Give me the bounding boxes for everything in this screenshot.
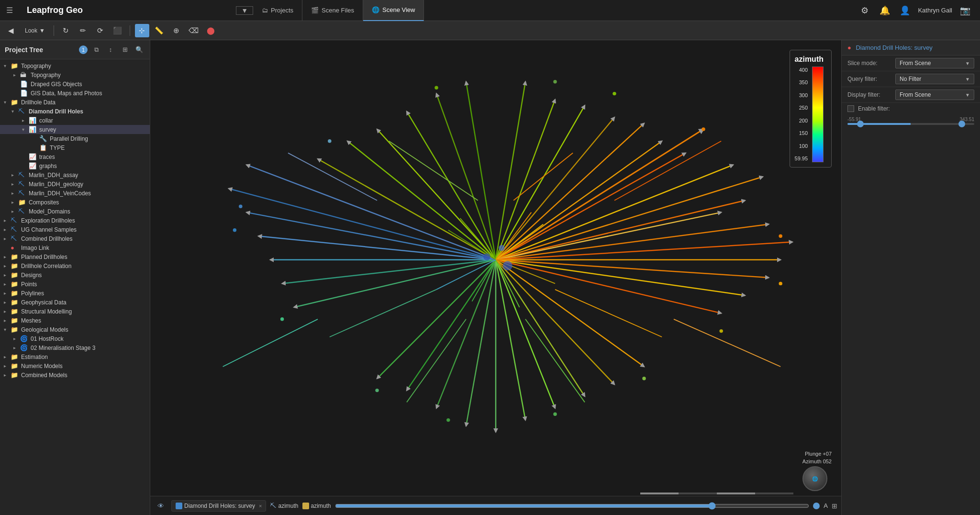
scene-item-survey[interactable]: Diamond Drill Holes: survey ×	[171, 500, 266, 512]
tree-item-ug-channel[interactable]: ▸ ⛏ UG Channel Samples	[0, 225, 150, 234]
measure-icon[interactable]: 📏	[152, 24, 167, 37]
svg-line-16	[347, 141, 496, 260]
tree-item-meshes[interactable]: ▸ 📁 Meshes	[0, 316, 150, 325]
svg-point-69	[553, 412, 557, 415]
tree-item-drillhole-data[interactable]: ▾ 📁 Drillhole Data	[0, 98, 150, 107]
expand-arrow-icon: ▸	[4, 272, 11, 278]
tree-item-draped-gis[interactable]: 📄 Draped GIS Objects	[0, 79, 150, 89]
pencil-icon[interactable]: ✏	[76, 24, 90, 37]
tree-item-graphs[interactable]: 📈 graphs	[0, 161, 150, 170]
tab-scene-view[interactable]: 🌐 Scene View	[363, 0, 424, 21]
colorbar-title: azimuth	[795, 55, 824, 64]
tree-item-topography[interactable]: ▾ 📁 Topography	[0, 61, 150, 70]
svg-line-31	[496, 260, 644, 367]
tree-item-marlin-veincodes[interactable]: ▸ ⛏ Marlin_DDH_VeinCodes	[0, 189, 150, 198]
camera-icon[interactable]: 📷	[958, 4, 972, 17]
tree-item-parallel-drilling[interactable]: 🔧 Parallel Drilling	[0, 134, 150, 143]
tree-item-marlin-assay[interactable]: ▸ ⛏ Marlin_DDH_assay	[0, 170, 150, 179]
tree-item-topography-child[interactable]: ▸ 🏔 Topography	[0, 70, 150, 79]
enable-filter-checkbox[interactable]	[847, 105, 854, 112]
tree-item-geological-models[interactable]: ▾ 📁 Geological Models	[0, 325, 150, 334]
select-icon[interactable]: ⊹	[135, 24, 149, 37]
svg-line-49	[513, 153, 573, 201]
cube-icon[interactable]: ⬛	[111, 24, 125, 37]
tree-item-marlin-geology[interactable]: ▸ ⛏ Marlin_DDH_geology	[0, 179, 150, 189]
main-tabs: 🗂 Projects 🎬 Scene Files 🌐 Scene View	[253, 0, 858, 21]
tree-item-combined-models[interactable]: ▸ 📁 Combined Models	[0, 370, 150, 380]
titlebar-right-icons: ⚙ 🔔 👤 Kathryn Gall 📷	[858, 4, 972, 17]
orbit-icon[interactable]: ↻	[59, 24, 73, 37]
filter-slider[interactable]	[847, 123, 974, 125]
user-icon[interactable]: 👤	[898, 4, 912, 17]
tree-item-drillhole-correlation[interactable]: ▸ 📁 Drillhole Correlation	[0, 261, 150, 270]
sidebar-sort-icon[interactable]: ↕	[105, 44, 116, 56]
eraser-icon[interactable]: ⌫	[187, 24, 201, 37]
tree-item-model-domains[interactable]: ▸ ⛏ Model_Domains	[0, 207, 150, 216]
toolbar-back-icon[interactable]: ◀	[4, 24, 18, 37]
opacity-slider[interactable]	[335, 502, 810, 510]
settings-icon[interactable]: ⚙	[858, 4, 872, 17]
tree-item-gis-data[interactable]: 📄 GIS Data, Maps and Photos	[0, 89, 150, 98]
svg-point-66	[779, 282, 782, 285]
expand-arrow-icon: ▾	[4, 63, 11, 68]
expand-arrow-icon: ▸	[4, 236, 11, 241]
expand-arrow-icon: ▸	[22, 118, 29, 123]
tree-item-polylines[interactable]: ▸ 📁 Polylines	[0, 289, 150, 298]
viewport[interactable]: /* SVG doesn't support script natively f…	[150, 40, 841, 515]
query-filter-dropdown[interactable]: No Filter ▼	[895, 74, 974, 84]
tree-item-traces[interactable]: 📈 traces	[0, 152, 150, 161]
svg-point-71	[375, 389, 379, 392]
properties-panel: ● Diamond Drill Holes: survey Slice mode…	[841, 40, 980, 515]
tree-item-type[interactable]: 📋 TYPE	[0, 143, 150, 152]
tree-item-mineralisation[interactable]: ▸ 🌀 02 Mineralisation Stage 3	[0, 343, 150, 352]
sidebar-resize-handle[interactable]	[978, 0, 980, 515]
svg-point-76	[499, 245, 504, 251]
3d-scene[interactable]: /* SVG doesn't support script natively f…	[150, 40, 841, 515]
orientation-sphere[interactable]: 🌐	[802, 466, 827, 491]
tree-item-imago-link[interactable]: ● Imago Link	[0, 243, 150, 252]
nav-arrow-icon[interactable]: ▼	[236, 6, 253, 15]
tree-item-points[interactable]: ▸ 📁 Points	[0, 280, 150, 289]
tree-item-diamond-drill-holes[interactable]: ▾ ⛏ Diamond Drill Holes	[0, 107, 150, 116]
notifications-icon[interactable]: 🔔	[878, 4, 892, 17]
record-icon[interactable]: ⬤	[204, 24, 218, 37]
sidebar-filter-icon[interactable]: ⧉	[90, 44, 102, 56]
slider-thumb-right[interactable]	[958, 121, 965, 127]
colorbar-gradient	[812, 67, 824, 162]
tree-item-exploration[interactable]: ▸ ⛏ Exploration Drillholes	[0, 216, 150, 225]
tree-item-geophysical[interactable]: ▸ 📁 Geophysical Data	[0, 298, 150, 307]
close-survey-button[interactable]: ×	[259, 503, 262, 509]
look-button[interactable]: Look ▼	[21, 26, 49, 35]
refresh-icon[interactable]: ⟳	[93, 24, 108, 37]
colorbar-ticks: 400 350 300 250 200 150 100 59.95	[795, 67, 808, 162]
tab-scene-files[interactable]: 🎬 Scene Files	[302, 0, 363, 21]
tree-item-numeric-models[interactable]: ▸ 📁 Numeric Models	[0, 361, 150, 370]
tree-item-host-rock[interactable]: ▸ 🌀 01 HostRock	[0, 334, 150, 343]
svg-point-59	[702, 127, 705, 131]
expand-arrow-icon: ▸	[11, 181, 18, 187]
tree-item-structural[interactable]: ▸ 📁 Structural Modelling	[0, 307, 150, 316]
expand-arrow-icon: ▸	[4, 372, 11, 378]
legend-color-swatch	[302, 503, 309, 509]
sidebar-search-icon[interactable]: 🔍	[134, 44, 145, 56]
svg-line-54	[407, 319, 466, 403]
rotate-icon[interactable]: ⊕	[169, 24, 184, 37]
grid-icon[interactable]: ⊞	[832, 502, 837, 510]
expand-arrow-icon: ▸	[13, 336, 20, 341]
tree-item-estimation[interactable]: ▸ 📁 Estimation	[0, 352, 150, 361]
svg-line-27	[496, 260, 525, 420]
colorbar-wrapper: 400 350 300 250 200 150 100 59.95	[795, 67, 824, 162]
tree-item-designs[interactable]: ▸ 📁 Designs	[0, 270, 150, 280]
slice-mode-dropdown[interactable]: From Scene ▼	[895, 58, 974, 68]
slider-thumb-left[interactable]	[857, 121, 864, 127]
menu-icon[interactable]: ☰	[0, 6, 19, 15]
sidebar-arrange-icon[interactable]: ⊞	[119, 44, 131, 56]
tree-item-composites[interactable]: ▸ 📁 Composites	[0, 198, 150, 207]
tree-item-combined-drillholes[interactable]: ▸ ⛏ Combined Drillholes	[0, 234, 150, 243]
tab-projects[interactable]: 🗂 Projects	[253, 0, 302, 21]
tree-item-survey[interactable]: ▾ 📊 survey	[0, 125, 150, 134]
visibility-toggle[interactable]: 👁	[154, 502, 167, 510]
tree-item-collar[interactable]: ▸ 📊 collar	[0, 116, 150, 125]
display-filter-dropdown[interactable]: From Scene ▼	[895, 90, 974, 100]
tree-item-planned-drillholes[interactable]: ▸ 📁 Planned Drillholes	[0, 252, 150, 261]
